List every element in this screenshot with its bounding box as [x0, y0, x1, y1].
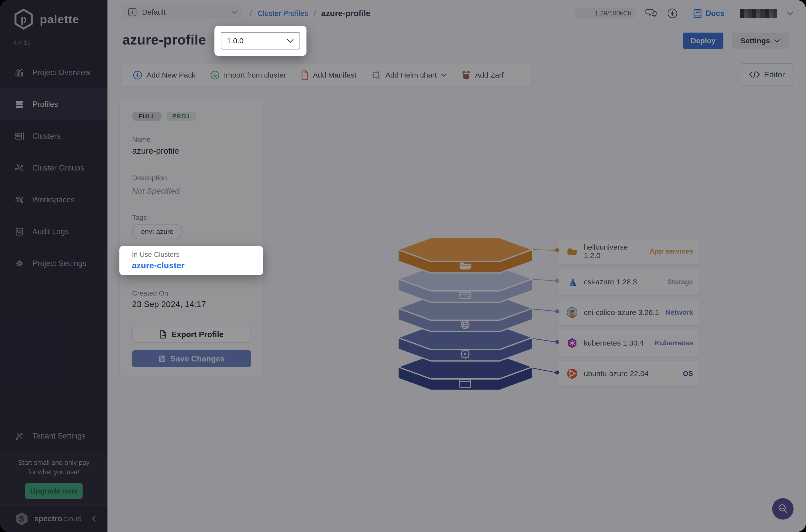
version-spotlight-card: 1.0.0	[215, 26, 307, 56]
in-use-cluster-link[interactable]: azure-cluster	[132, 261, 185, 270]
chevron-down-icon	[287, 39, 294, 43]
profile-version-select[interactable]: 1.0.0	[221, 32, 300, 50]
in-use-clusters-spotlight-card: In Use Clusters azure-cluster	[120, 246, 263, 275]
in-use-clusters-label: In Use Clusters	[132, 251, 179, 259]
profile-version-value: 1.0.0	[227, 37, 243, 45]
app-window: p palette 4.4.19 Project Overview	[0, 0, 806, 532]
